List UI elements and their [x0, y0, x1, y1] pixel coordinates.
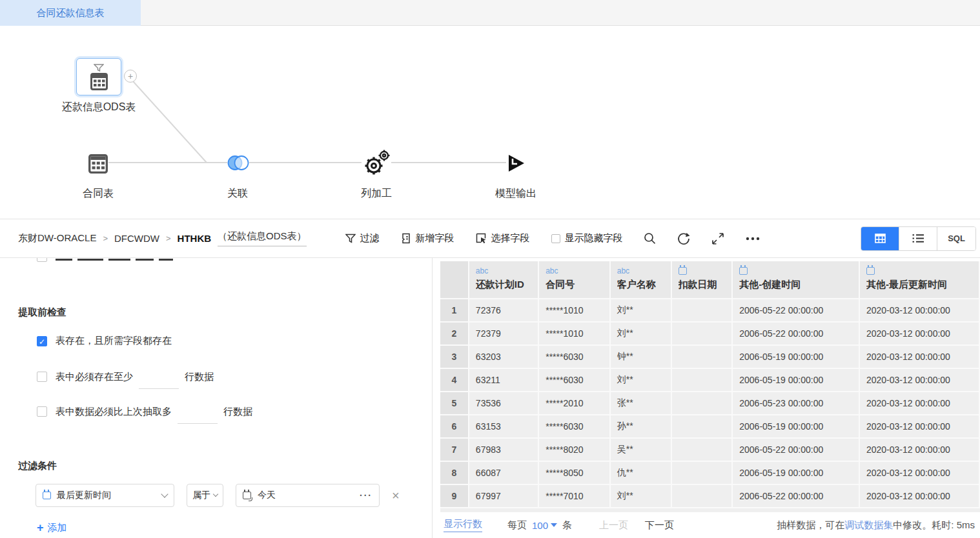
filter-operator-value: 属于: [192, 490, 210, 501]
table-cell: [671, 415, 733, 438]
flow-node-repayment-ods[interactable]: [76, 58, 121, 95]
text-type-icon: abc: [476, 266, 531, 276]
checkbox-icon[interactable]: [37, 406, 47, 417]
breadcrumb-table-name[interactable]: HTHKB: [178, 233, 212, 244]
table-cell: 2006-05-19 00:00:00: [732, 368, 859, 392]
table-cell: 刘**: [610, 484, 671, 508]
column-header-label: 还款计划ID: [476, 279, 531, 291]
column-header[interactable]: 其他-最后更新时间: [859, 261, 979, 299]
flow-node-join[interactable]: [227, 155, 250, 174]
breadcrumb-table-alias[interactable]: （还款信息ODS表）: [218, 230, 307, 246]
table-row: 573536*****2010张**2006-05-23 00:00:00202…: [440, 392, 979, 415]
table-cell: 2020-03-12 00:00:00: [859, 438, 979, 461]
data-table: abc还款计划IDabc合同号abc客户名称扣款日期其他-创建时间其他-最后更新…: [440, 261, 980, 508]
list-view-button[interactable]: [899, 227, 937, 250]
flow-node-contract-table[interactable]: [88, 154, 108, 176]
checkbox-icon[interactable]: [37, 372, 47, 382]
table-row: 172376*****1010刘**2006-05-22 00:00:00202…: [440, 299, 979, 322]
filter-field-value: 最后更新时间: [57, 490, 111, 501]
table-cell: *****7010: [538, 484, 610, 508]
column-header[interactable]: abc还款计划ID: [469, 261, 538, 299]
check-table-exists[interactable]: ✓ 表存在，且所需字段都存在: [37, 335, 172, 347]
min-rows-input[interactable]: [139, 375, 179, 389]
ellipsis-icon[interactable]: ···: [360, 490, 373, 501]
tab-contract-repayment[interactable]: 合同还款信息表: [0, 0, 141, 26]
flow-node-model-output[interactable]: [507, 154, 526, 175]
column-header[interactable]: abc客户名称: [610, 261, 671, 299]
table-cell: 2020-03-12 00:00:00: [859, 299, 979, 322]
check-min-rows[interactable]: 表中必须存在至少 行数据: [37, 370, 214, 384]
search-icon[interactable]: [644, 232, 656, 244]
flow-node-column-process[interactable]: [362, 148, 391, 181]
breadcrumb-separator: >: [103, 234, 108, 243]
table-cell: 73536: [469, 392, 538, 415]
debug-dataset-link[interactable]: 调试数据集: [844, 519, 893, 530]
text-type-icon: abc: [546, 266, 603, 276]
filter-value-field[interactable]: 今天 ···: [236, 484, 380, 507]
filter-operator-select[interactable]: 属于: [187, 484, 223, 507]
add-field-label: 新增字段: [416, 232, 454, 244]
table-cell: 2020-03-12 00:00:00: [859, 392, 979, 415]
filter-button[interactable]: 过滤: [345, 232, 380, 244]
table-cell: [671, 345, 733, 368]
funnel-icon: [345, 234, 356, 243]
show-hidden-fields-label: 显示隐藏字段: [565, 232, 623, 244]
filter-field-select[interactable]: 最后更新时间: [36, 484, 174, 507]
table-cell: 63153: [469, 415, 538, 438]
sample-note-prefix: 抽样数据，可在: [777, 519, 844, 530]
breadcrumb-item[interactable]: DFCWDW: [114, 233, 159, 244]
date-type-icon-wrap: [739, 266, 852, 276]
breadcrumb-item[interactable]: 东财DW-ORACLE: [18, 232, 96, 244]
sql-view-button[interactable]: SQL: [937, 227, 975, 250]
chevron-down-icon: [161, 490, 168, 497]
flow-node-label: 还款信息ODS表: [62, 101, 136, 114]
row-number-cell: 8: [440, 461, 469, 484]
table-cell: 63203: [469, 345, 538, 368]
more-icon[interactable]: [746, 237, 760, 241]
table-cell: 张**: [610, 392, 671, 415]
table-cell: [671, 322, 733, 345]
per-page-unit: 条: [562, 519, 572, 532]
next-page-button[interactable]: 下一页: [645, 519, 674, 532]
row-number-cell: 6: [440, 415, 469, 438]
select-field-button[interactable]: 选择字段: [476, 232, 530, 244]
column-header[interactable]: 扣款日期: [671, 261, 733, 299]
table-cell: 刘**: [610, 299, 671, 322]
per-page-value[interactable]: 100: [532, 520, 548, 531]
expand-icon[interactable]: [711, 232, 724, 245]
column-header[interactable]: 其他-创建时间: [732, 261, 859, 299]
add-field-icon: [401, 233, 411, 244]
select-field-icon: [476, 233, 487, 244]
table-cell: [671, 368, 733, 392]
table-cell: 刘**: [610, 322, 671, 345]
checkbox-icon: [37, 258, 47, 262]
check-label: 表中必须存在至少: [56, 371, 133, 383]
prev-page-button[interactable]: 上一页: [599, 519, 628, 532]
table-row: 363203*****6030钟**2006-05-19 00:00:00202…: [440, 345, 979, 368]
check-more-than-last[interactable]: 表中数据必须比上次抽取多 行数据: [37, 404, 252, 419]
refresh-icon[interactable]: [677, 232, 690, 245]
table-cell: [671, 484, 733, 508]
grid-view-button[interactable]: [861, 227, 899, 250]
add-field-button[interactable]: 新增字段: [401, 232, 454, 244]
text-type-icon: abc: [617, 266, 664, 276]
remove-filter-icon[interactable]: ×: [392, 489, 400, 502]
data-preview: abc还款计划IDabc合同号abc客户名称扣款日期其他-创建时间其他-最后更新…: [433, 258, 980, 538]
show-hidden-fields-toggle[interactable]: 显示隐藏字段: [551, 232, 623, 244]
table-cell: 刘**: [610, 368, 671, 392]
add-node-button[interactable]: +: [124, 70, 137, 83]
add-filter-button[interactable]: + 添加: [37, 521, 67, 535]
table-cell: 2006-05-22 00:00:00: [732, 322, 859, 345]
column-header[interactable]: abc合同号: [538, 261, 610, 299]
table-icon: [90, 73, 108, 90]
dropdown-caret-icon[interactable]: [551, 523, 557, 527]
show-row-count-link[interactable]: 显示行数: [444, 518, 482, 532]
flow-node-label: 关联: [227, 187, 248, 201]
view-mode-group: SQL: [861, 226, 976, 251]
checkbox-checked-icon[interactable]: ✓: [37, 336, 47, 346]
table-row: 272379*****1010刘**2006-05-22 00:00:00202…: [440, 322, 979, 345]
table-row: 866087*****8050仇**2006-05-19 00:00:00202…: [440, 461, 979, 484]
table-cell: 孙**: [610, 415, 671, 438]
row-number-cell: 1: [440, 299, 469, 322]
row-increase-input[interactable]: [178, 410, 218, 424]
